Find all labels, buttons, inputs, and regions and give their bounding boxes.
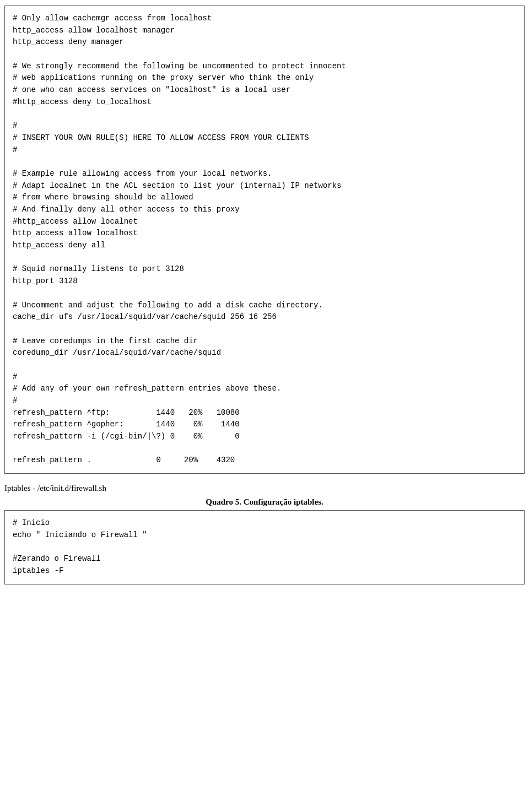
squid-config-block: # Only allow cachemgr access from localh… bbox=[4, 6, 525, 474]
section-label: Iptables - /etc/init.d/firewall.sh bbox=[4, 484, 525, 493]
iptables-config-block: # Inicio echo " Iniciando o Firewall " #… bbox=[4, 510, 525, 584]
figure-caption: Quadro 5. Configuração iptables. bbox=[4, 497, 525, 507]
